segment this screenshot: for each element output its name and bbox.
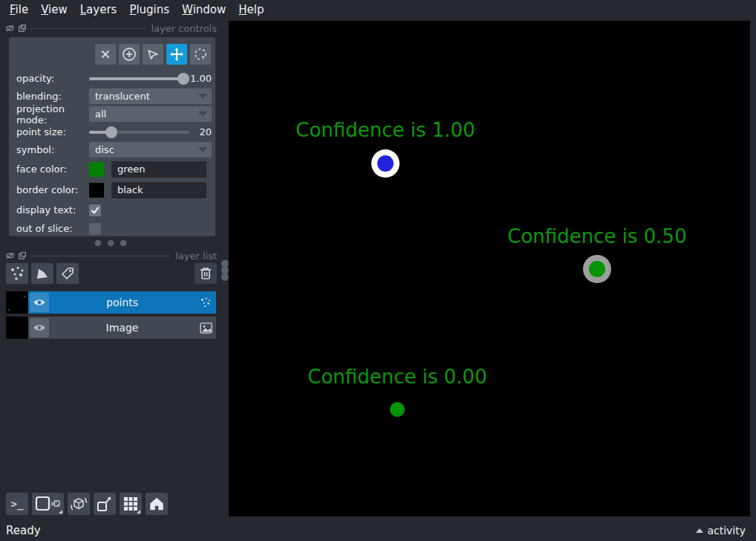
point-text-annotation: Confidence is 0.50 (507, 225, 686, 247)
face-color-swatch[interactable] (89, 162, 104, 177)
point-size-label: point size: (16, 123, 89, 140)
new-points-layer-button[interactable] (6, 263, 28, 284)
point-size-slider[interactable] (89, 126, 189, 139)
opacity-label: opacity: (16, 70, 89, 87)
menu-help[interactable]: Help (238, 3, 264, 16)
transpose-dimensions-button[interactable] (94, 493, 116, 515)
select-point-button[interactable] (143, 44, 163, 65)
point-size-value: 20 (189, 126, 212, 137)
status-message: Ready (6, 524, 41, 537)
layer-row-image[interactable]: Image (6, 317, 216, 339)
layer-list: points Image (6, 291, 216, 339)
symbol-dropdown[interactable]: disc (89, 142, 212, 158)
triangle-up-icon (696, 528, 703, 533)
layer-visibility-toggle[interactable] (30, 318, 49, 337)
checkmark-icon (91, 206, 100, 215)
new-shapes-layer-icon (35, 266, 50, 281)
eye-icon (33, 297, 46, 308)
console-button[interactable]: >_ (6, 493, 28, 515)
border-color-value: black (117, 184, 143, 195)
ndisplay-toggle-button[interactable] (32, 493, 64, 515)
layer-controls-dock-header: layer controls (6, 22, 217, 34)
border-color-input[interactable]: black (111, 182, 206, 198)
float-panel-icon[interactable] (19, 25, 26, 32)
horizontal-splitter-handle[interactable]: ● ● ● (0, 238, 223, 247)
projection-mode-dropdown[interactable]: all (89, 106, 212, 122)
symbol-value: disc (95, 144, 114, 155)
display-text-label: display text: (16, 201, 89, 219)
opacity-value: 1.00 (189, 73, 212, 84)
point-text-annotation: Confidence is 1.00 (296, 119, 475, 141)
projection-mode-label: projection mode: (16, 106, 89, 123)
home-reset-view-icon (149, 496, 165, 512)
pan-zoom-button[interactable] (166, 44, 187, 65)
chevron-down-icon (198, 94, 207, 99)
out-of-slice-label: out of slice: (16, 220, 89, 237)
add-point-icon (122, 47, 137, 62)
grid-view-button[interactable] (120, 493, 142, 515)
new-shapes-layer-button[interactable] (31, 263, 53, 284)
blending-dropdown[interactable]: translucent (89, 88, 212, 104)
menu-plugins[interactable]: Plugins (129, 3, 169, 16)
symbol-label: symbol: (16, 141, 89, 158)
vertical-splitter-handle[interactable]: ●●● (221, 259, 227, 279)
display-text-checkbox[interactable] (89, 204, 101, 216)
console-icon: >_ (11, 498, 24, 510)
hide-panel-icon[interactable] (6, 252, 14, 259)
face-color-label: face color: (16, 159, 89, 179)
points-layer-type-icon (195, 297, 216, 308)
viewer-buttons: >_ (6, 493, 168, 515)
new-labels-layer-icon (60, 266, 75, 281)
data-point[interactable] (377, 155, 394, 172)
layer-list-title: layer list (175, 250, 217, 262)
transform-icon (193, 47, 208, 62)
activity-label: activity (707, 525, 746, 537)
face-color-value: green (117, 163, 146, 175)
menu-layers[interactable]: Layers (80, 3, 117, 16)
activity-button[interactable]: activity (696, 525, 746, 537)
eye-icon (33, 323, 46, 333)
new-labels-layer-button[interactable] (56, 263, 79, 284)
border-color-swatch[interactable] (89, 183, 104, 198)
projection-mode-value: all (95, 108, 106, 120)
layer-visibility-toggle[interactable] (30, 293, 49, 312)
layer-controls-title: layer controls (151, 23, 217, 34)
pan-zoom-icon (169, 47, 184, 62)
roll-dimensions-icon (70, 495, 88, 513)
data-point[interactable] (390, 402, 405, 417)
opacity-slider[interactable] (89, 72, 189, 85)
ndisplay-toggle-icon (35, 496, 62, 512)
chevron-down-icon (198, 111, 207, 117)
hide-panel-icon[interactable] (6, 25, 14, 32)
layer-name: points (49, 297, 195, 308)
layer-row-points[interactable]: points (6, 291, 216, 314)
data-point[interactable] (589, 261, 605, 277)
popup-indicator (59, 510, 62, 514)
point-text-annotation: Confidence is 0.00 (307, 366, 486, 388)
delete-point-icon (100, 48, 111, 60)
layer-thumbnail (6, 291, 28, 314)
face-color-input[interactable]: green (111, 161, 206, 178)
roll-dimensions-button[interactable] (68, 493, 90, 515)
layer-thumbnail (6, 317, 28, 339)
chevron-down-icon (198, 147, 207, 152)
transpose-dimensions-icon (96, 495, 114, 513)
new-points-layer-icon (9, 265, 25, 282)
border-color-label: border color: (16, 180, 89, 200)
transform-button[interactable] (190, 44, 211, 65)
menu-window[interactable]: Window (182, 3, 226, 16)
viewer-canvas[interactable]: Confidence is 1.00Confidence is 0.50Conf… (229, 21, 750, 516)
popup-indicator (137, 510, 140, 514)
float-panel-icon[interactable] (19, 252, 26, 259)
menu-view[interactable]: View (41, 3, 68, 16)
points-tool-row (9, 37, 215, 68)
add-point-button[interactable] (119, 44, 140, 65)
select-point-icon (146, 48, 160, 61)
menu-file[interactable]: File (10, 3, 28, 16)
point-size-slider-handle[interactable] (105, 126, 117, 138)
home-reset-view-button[interactable] (146, 493, 168, 515)
delete-layer-button[interactable] (195, 263, 217, 284)
delete-point-button[interactable] (95, 44, 116, 65)
out-of-slice-checkbox[interactable] (89, 223, 101, 235)
opacity-slider-handle[interactable] (177, 73, 189, 85)
